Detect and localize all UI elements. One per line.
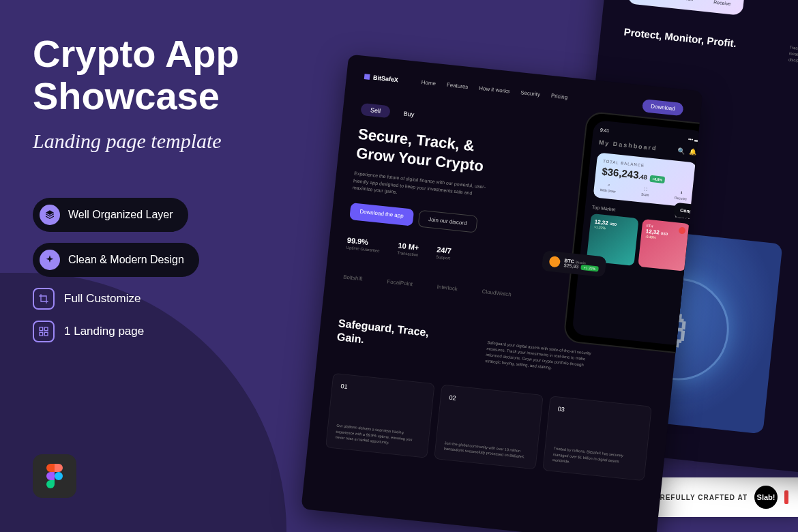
card-03: 03Trusted by millions, BitSafeX has secu…	[542, 396, 652, 481]
receive-action[interactable]: ⬇Receive	[713, 0, 732, 6]
svg-rect-0	[40, 327, 43, 331]
feature-cards: 01Our platform delivers a seamless tradi…	[325, 373, 652, 482]
panel2-desc: Track your performance against the marke…	[788, 44, 798, 72]
cta-discord[interactable]: Join our discord	[417, 209, 478, 233]
search-bell-icon[interactable]: 🔍 🔔	[677, 147, 698, 156]
card-02: 02Join the global community with over 10…	[434, 385, 544, 470]
action-strip: ↗With Draw ⛶Scan ⬇Receive	[627, 0, 745, 16]
download-button[interactable]: Download	[642, 99, 683, 116]
preview-panel-1: BitSafeX Home Features How it works Secu…	[301, 55, 703, 532]
tab-buy[interactable]: Buy	[394, 106, 424, 121]
svg-rect-2	[40, 332, 43, 336]
svg-rect-1	[44, 327, 48, 331]
nav-links: Home Features How it works Security Pric…	[421, 79, 567, 100]
feature-label: Full Customize	[64, 292, 141, 306]
main-title: Crypto AppShowcase	[33, 33, 239, 117]
receive-action[interactable]: ⬇Receive	[675, 190, 688, 201]
btc-icon	[549, 256, 561, 268]
logo[interactable]: BitSafeX	[364, 73, 399, 83]
feature-label: Well Organized Layer	[68, 209, 173, 221]
withdraw-action[interactable]: ↗With Draw	[600, 182, 616, 193]
feature-label: 1 Landing page	[64, 325, 144, 338]
nav-security[interactable]: Security	[520, 89, 541, 98]
figma-badge	[33, 454, 76, 498]
preview-area: ↗With Draw ⛶Scan ⬇Receive Protect, Monit…	[324, 0, 798, 532]
safeguard-title: Safeguard, Trace, Gain.	[336, 316, 434, 355]
layers-icon	[40, 205, 60, 225]
nav-features[interactable]: Features	[446, 82, 468, 90]
nav-home[interactable]: Home	[421, 79, 436, 87]
feature-list: Well Organized Layer Clean & Modern Desi…	[33, 198, 199, 342]
tab-sell[interactable]: Sell	[360, 103, 391, 118]
feature-label: Clean & Modern Design	[68, 254, 184, 266]
subtitle: Landing page template	[33, 130, 222, 153]
grid-icon	[33, 321, 55, 342]
svg-rect-3	[44, 332, 48, 336]
crop-icon	[33, 288, 55, 310]
hero-title: Secure, Track, & Grow Your Crypto	[355, 125, 515, 179]
hero-desc: Experience the future of digital finance…	[352, 170, 490, 205]
balance-card: TOTAL BALANCE $36,243.48+0.8% ↗With Draw…	[593, 152, 697, 207]
feature-organized: Well Organized Layer	[33, 198, 188, 232]
card-01: 01Our platform delivers a seamless tradi…	[325, 373, 435, 458]
sparkle-icon	[40, 250, 60, 270]
nav-pricing[interactable]: Pricing	[550, 93, 567, 101]
safeguard-desc: Safeguard your digital assets with state…	[485, 340, 596, 376]
feature-design: Clean & Modern Design	[33, 243, 199, 277]
feature-customize: Full Customize	[33, 288, 199, 310]
scan-action[interactable]: ⛶Scan	[641, 187, 650, 197]
nav-how[interactable]: How it works	[479, 85, 510, 95]
feature-landing: 1 Landing page	[33, 321, 199, 342]
svg-point-4	[55, 472, 63, 480]
scan-action[interactable]: ⛶Scan	[682, 0, 694, 2]
mini-card-2[interactable]: ETH 12,32 USD -0.49%	[638, 219, 690, 271]
panel2-title: Protect, Monitor, Profit.	[623, 26, 737, 50]
cta-download[interactable]: Download the app	[349, 203, 414, 226]
